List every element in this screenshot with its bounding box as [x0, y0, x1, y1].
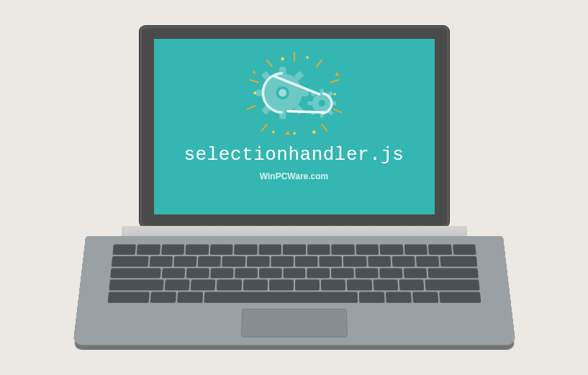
svg-point-39 — [318, 100, 325, 107]
svg-line-6 — [333, 109, 341, 112]
svg-marker-17 — [335, 71, 338, 75]
svg-point-14 — [312, 130, 316, 134]
svg-marker-18 — [285, 130, 290, 134]
filename-text: selectionhandler.js — [184, 144, 404, 166]
laptop-deck — [73, 236, 516, 345]
gears-sparkle-icon — [222, 46, 366, 140]
svg-point-11 — [253, 91, 257, 94]
svg-point-9 — [281, 57, 284, 60]
svg-rect-33 — [307, 101, 313, 104]
svg-line-1 — [266, 60, 271, 66]
laptop-bezel: selectionhandler.js WinPCWare.com — [140, 26, 449, 227]
laptop-screen: selectionhandler.js WinPCWare.com — [154, 39, 435, 214]
laptop-trackpad — [240, 308, 347, 337]
svg-line-8 — [322, 124, 327, 130]
laptop-hinge — [122, 226, 467, 236]
svg-line-4 — [330, 79, 339, 82]
svg-line-3 — [250, 79, 258, 82]
svg-point-15 — [293, 132, 296, 135]
svg-line-2 — [316, 60, 321, 66]
laptop-illustration: selectionhandler.js WinPCWare.com — [64, 22, 525, 353]
svg-point-29 — [279, 89, 286, 96]
svg-point-12 — [333, 93, 336, 96]
branding-text: WinPCWare.com — [260, 171, 328, 181]
svg-line-7 — [261, 124, 266, 130]
laptop-keyboard — [107, 244, 481, 302]
svg-marker-16 — [252, 70, 255, 73]
svg-point-13 — [272, 130, 275, 133]
svg-point-10 — [306, 56, 309, 59]
svg-line-5 — [247, 106, 255, 109]
